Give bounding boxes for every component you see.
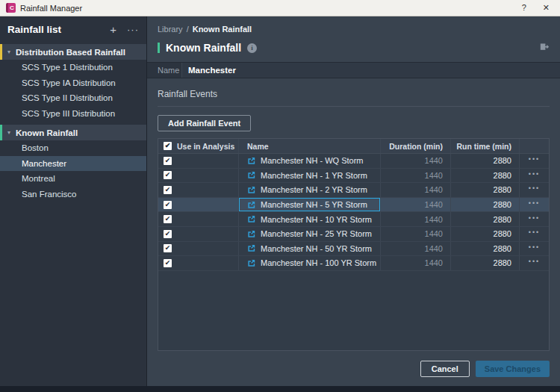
table-row[interactable]: ✔Manchester NH - 1 YR Storm14402880••• — [158, 169, 549, 184]
more-options-icon[interactable]: ··· — [127, 25, 139, 34]
open-event-icon[interactable] — [247, 230, 255, 238]
sidebar-group-header[interactable]: ▾Distribution Based Rainfall — [0, 44, 146, 60]
row-menu-button[interactable]: ••• — [520, 242, 549, 256]
sidebar-group-header[interactable]: ▾Known Rainfall — [0, 125, 146, 140]
name-column-header[interactable]: Name — [239, 139, 381, 153]
use-in-analysis-cell: ✔ — [158, 212, 239, 226]
name-cell[interactable]: Manchester NH - 5 YR Storm — [239, 198, 381, 212]
name-cell[interactable]: Manchester NH - 25 YR Storm — [239, 227, 381, 241]
sidebar-group-label: Distribution Based Rainfall — [16, 48, 125, 57]
row-menu-button[interactable]: ••• — [520, 198, 549, 212]
ellipsis-icon: ••• — [529, 244, 540, 253]
actions-column-header — [520, 139, 549, 153]
info-icon[interactable]: i — [247, 43, 257, 53]
sidebar-title: Rainfall list — [7, 24, 61, 35]
event-name: Manchester NH - 2 YR Storm — [261, 185, 367, 194]
open-event-icon[interactable] — [247, 201, 255, 209]
runtime-cell: 2880 — [451, 198, 520, 212]
use-in-analysis-header: ✔ Use in Analysis — [158, 139, 239, 153]
duration-cell: 1440 — [381, 183, 451, 197]
sidebar-item[interactable]: SCS Type III Distribution — [0, 106, 146, 122]
name-field-row: Name Manchester — [147, 62, 560, 78]
sidebar-item[interactable]: Manchester — [0, 156, 146, 172]
table-row[interactable]: ✔Manchester NH - 50 YR Storm14402880••• — [158, 242, 549, 257]
name-cell[interactable]: Manchester NH - 2 YR Storm — [239, 183, 381, 197]
use-in-analysis-cell: ✔ — [158, 242, 239, 256]
row-menu-button[interactable]: ••• — [520, 154, 549, 168]
sidebar-item[interactable]: Boston — [0, 140, 146, 156]
sidebar-item[interactable]: SCS Type II Distribution — [0, 90, 146, 106]
name-cell[interactable]: Manchester NH - 50 YR Storm — [239, 242, 381, 256]
runtime-cell: 2880 — [451, 169, 520, 183]
main-panel: Library / Known Rainfall Known Rainfall … — [147, 16, 560, 386]
sidebar-item[interactable]: Montreal — [0, 171, 146, 187]
table-row[interactable]: ✔Manchester NH - 100 YR Storm14402880••• — [158, 256, 549, 271]
help-button[interactable]: ? — [522, 4, 526, 12]
use-in-analysis-label: Use in Analysis — [177, 142, 234, 151]
row-menu-button[interactable]: ••• — [520, 212, 549, 226]
close-button[interactable]: ✕ — [543, 4, 550, 12]
duration-cell: 1440 — [381, 198, 451, 212]
event-name: Manchester NH - 25 YR Storm — [261, 229, 372, 238]
table-row[interactable]: ✔Manchester NH - 2 YR Storm14402880••• — [158, 183, 549, 198]
open-event-icon[interactable] — [247, 186, 255, 194]
name-field-value[interactable]: Manchester — [181, 63, 560, 78]
row-checkbox[interactable]: ✔ — [164, 230, 172, 238]
name-cell[interactable]: Manchester NH - 1 YR Storm — [239, 169, 381, 183]
row-checkbox[interactable]: ✔ — [164, 186, 172, 194]
sidebar-item[interactable]: San Francisco — [0, 187, 146, 202]
open-event-icon[interactable] — [247, 259, 255, 267]
sidebar-item-label: SCS Type 1 Distribution — [22, 63, 113, 72]
table-row[interactable]: ✔Manchester NH - 25 YR Storm14402880••• — [158, 227, 549, 242]
open-event-icon[interactable] — [247, 171, 255, 179]
save-changes-button[interactable]: Save Changes — [476, 361, 550, 377]
row-checkbox[interactable]: ✔ — [164, 171, 172, 179]
use-in-analysis-cell: ✔ — [158, 183, 239, 197]
ellipsis-icon: ••• — [529, 215, 540, 224]
use-in-analysis-cell: ✔ — [158, 227, 239, 241]
add-rainfall-icon[interactable]: + — [110, 24, 116, 35]
sidebar-item[interactable]: SCS Type 1 Distribution — [0, 60, 146, 75]
sidebar-item[interactable]: SCS Type IA Distribution — [0, 75, 146, 91]
name-cell[interactable]: Manchester NH - 100 YR Storm — [239, 256, 381, 270]
add-rainfall-event-button[interactable]: Add Rainfall Event — [158, 115, 251, 131]
name-cell[interactable]: Manchester NH - WQ Storm — [239, 154, 381, 168]
rainfall-events-heading: Rainfall Events — [158, 89, 550, 107]
open-event-icon[interactable] — [247, 157, 255, 165]
duration-column-header[interactable]: Duration (min) — [381, 139, 451, 153]
row-menu-button[interactable]: ••• — [520, 169, 549, 183]
open-event-icon[interactable] — [247, 244, 255, 252]
row-menu-button[interactable]: ••• — [520, 256, 549, 270]
breadcrumb-library[interactable]: Library — [158, 25, 183, 34]
name-cell[interactable]: Manchester NH - 10 YR Storm — [239, 212, 381, 226]
event-name: Manchester NH - 5 YR Storm — [261, 200, 367, 209]
table-row[interactable]: ✔Manchester NH - WQ Storm14402880••• — [158, 154, 549, 169]
duration-cell: 1440 — [381, 227, 451, 241]
table-row[interactable]: ✔Manchester NH - 10 YR Storm14402880••• — [158, 212, 549, 227]
row-checkbox[interactable]: ✔ — [164, 244, 172, 252]
event-name: Manchester NH - 100 YR Storm — [261, 258, 376, 267]
select-all-checkbox[interactable]: ✔ — [164, 142, 172, 150]
table-row[interactable]: ✔Manchester NH - 5 YR Storm14402880••• — [158, 198, 549, 213]
event-name: Manchester NH - WQ Storm — [261, 156, 364, 165]
use-in-analysis-cell: ✔ — [158, 198, 239, 212]
caret-down-icon: ▾ — [7, 49, 10, 55]
row-checkbox[interactable]: ✔ — [164, 157, 172, 165]
row-menu-button[interactable]: ••• — [520, 183, 549, 197]
row-checkbox[interactable]: ✔ — [164, 215, 172, 223]
runtime-cell: 2880 — [451, 154, 520, 168]
runtime-column-header[interactable]: Run time (min) — [451, 139, 520, 153]
name-field-label: Name — [147, 63, 181, 78]
cancel-button[interactable]: Cancel — [420, 361, 470, 377]
row-checkbox[interactable]: ✔ — [164, 259, 172, 267]
breadcrumb: Library / Known Rainfall — [147, 16, 560, 34]
sidebar-item-label: San Francisco — [22, 190, 77, 199]
export-icon[interactable] — [538, 43, 550, 54]
row-checkbox[interactable]: ✔ — [164, 201, 172, 209]
dialog-footer: Cancel Save Changes — [147, 351, 560, 386]
row-menu-button[interactable]: ••• — [520, 227, 549, 241]
caret-down-icon: ▾ — [7, 129, 10, 136]
open-event-icon[interactable] — [247, 215, 255, 223]
window-bottom-edge — [0, 386, 560, 392]
duration-cell: 1440 — [381, 169, 451, 183]
